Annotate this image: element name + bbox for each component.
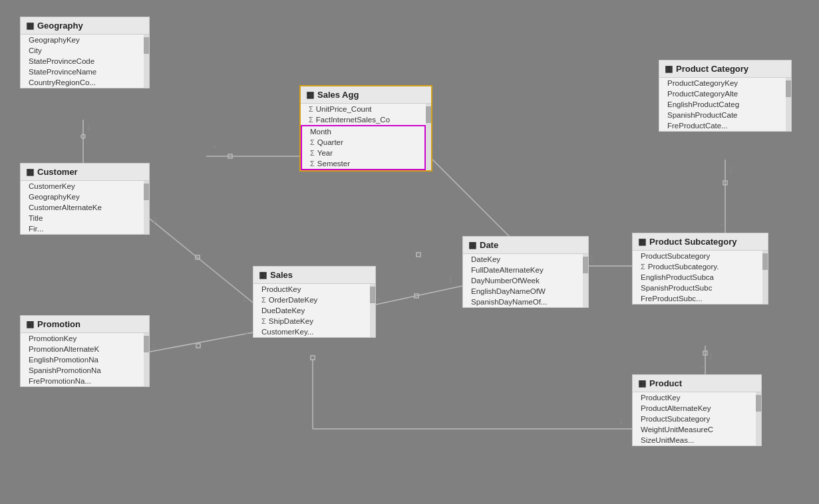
field-customeralternate: CustomerAlternateKe (21, 202, 144, 213)
field-productkey2: ProductKey (633, 392, 756, 403)
customer-title: Customer (37, 167, 78, 177)
field-frepromotion: FrePromotionNa... (21, 376, 144, 386)
field-promotionalternate: PromotionAlternateK (21, 344, 144, 354)
svg-rect-15 (228, 154, 232, 158)
table-icon: ▦ (26, 167, 34, 177)
field-duedatekey: DueDateKey (253, 305, 370, 316)
productcategory-title: Product Category (676, 64, 748, 74)
field-spanishproductsubc: SpanishProductSubc (633, 283, 762, 293)
svg-text:1: 1 (619, 417, 623, 426)
geography-header: ▦ Geography (21, 17, 149, 35)
field-firstname: Fir... (21, 223, 144, 234)
field-spanishpromotion: SpanishPromotionNa (21, 365, 144, 376)
sigma-icon: Σ (309, 105, 313, 113)
product-header: ▦ Product (633, 375, 761, 392)
field-productcategoryalte: ProductCategoryAlte (659, 88, 786, 99)
svg-text:*: * (438, 143, 442, 154)
svg-text:*: * (245, 329, 249, 340)
field-freproductsubc: FreProductSubc... (633, 293, 762, 304)
field-spanishdayname: SpanishDayNameOf... (463, 297, 583, 307)
field-stateprovincename: StateProvinceName (21, 66, 144, 77)
productcategory-table: ▦ Product Category ProductCategoryKey Pr… (659, 60, 792, 132)
productsubcategory-table: ▦ Product Subcategory ProductSubcategory… (632, 233, 768, 305)
table-icon: ▦ (259, 270, 267, 280)
svg-text:1: 1 (448, 275, 453, 285)
geography-table: ▦ Geography GeographyKey City StateProvi… (20, 17, 150, 88)
productcategory-header: ▦ Product Category (659, 61, 791, 78)
field-year: ΣYear (302, 148, 424, 158)
field-stateprovincecode: StateProvinceCode (21, 56, 144, 66)
table-icon: ▦ (638, 237, 646, 247)
field-spanishproductcate: SpanishProductCate (659, 110, 786, 120)
customer-header: ▦ Customer (21, 164, 149, 181)
field-productcategorykey: ProductCategoryKey (659, 78, 786, 88)
field-sizeunitmeas: SizeUnitMeas... (633, 435, 756, 445)
field-customerkey: CustomerKey... (253, 326, 370, 337)
field-geographykey: GeographyKey (21, 35, 144, 45)
sigma-icon: Σ (310, 138, 315, 146)
field-geographykey2: GeographyKey (21, 191, 144, 202)
svg-text:*: * (700, 364, 704, 374)
sales-header: ▦ Sales (253, 267, 375, 284)
date-title: Date (480, 240, 498, 250)
sigma-icon: Σ (309, 116, 313, 124)
field-city: City (21, 45, 144, 56)
field-freproductcate: FreProductCate... (659, 120, 786, 131)
sigma-icon: Σ (310, 149, 315, 157)
svg-line-5 (146, 216, 253, 303)
svg-text:*: * (213, 143, 217, 154)
field-englishproductsubca: EnglishProductSubca (633, 272, 762, 283)
field-productsubcategorykey: ProductSubcategory (633, 251, 762, 261)
geography-title: Geography (37, 21, 83, 31)
svg-rect-8 (196, 255, 200, 259)
svg-text:*: * (720, 221, 724, 231)
sigma-icon: Σ (261, 317, 266, 325)
field-datekey: DateKey (463, 254, 583, 265)
sales-title: Sales (270, 270, 293, 280)
svg-text:1: 1 (153, 215, 158, 225)
svg-line-9 (146, 332, 253, 352)
svg-rect-26 (311, 356, 315, 360)
field-englishdayname: EnglishDayNameOfW (463, 286, 583, 297)
product-title: Product (649, 378, 682, 388)
svg-rect-34 (703, 351, 707, 355)
field-month: Month (302, 126, 424, 137)
svg-rect-30 (723, 181, 727, 185)
sales-table: ▦ Sales ProductKey ΣOrderDateKey DueDate… (253, 266, 376, 338)
sigma-icon: Σ (310, 160, 315, 168)
field-customerkey: CustomerKey (21, 181, 144, 191)
table-icon: ▦ (26, 21, 34, 31)
field-countryregion: CountryRegionCo... (21, 77, 144, 88)
table-icon: ▦ (306, 90, 314, 100)
field-fulldatealternate: FullDateAlternateKey (463, 265, 583, 275)
field-semester: ΣSemester (302, 158, 424, 169)
table-icon: ▦ (26, 319, 34, 329)
svg-text:*: * (377, 296, 381, 307)
date-table: ▦ Date DateKey FullDateAlternateKey DayN… (462, 236, 589, 308)
promotion-header: ▦ Promotion (21, 316, 149, 333)
highlighted-fields: Month ΣQuarter ΣYear ΣSemester (301, 125, 426, 170)
svg-text:1: 1 (709, 352, 713, 361)
svg-text:1: 1 (589, 254, 594, 263)
field-quarter: ΣQuarter (302, 137, 424, 148)
field-shipdatekey: ΣShipDateKey (253, 316, 370, 326)
field-productkey: ProductKey (253, 284, 370, 295)
date-header: ▦ Date (463, 237, 588, 254)
table-icon: ▦ (468, 240, 476, 250)
productsubcategory-title: Product Subcategory (649, 237, 737, 247)
productsubcategory-header: ▦ Product Subcategory (633, 233, 768, 251)
field-productalternatekey: ProductAlternateKey (633, 403, 756, 414)
table-icon: ▦ (665, 64, 673, 74)
table-icon: ▦ (638, 378, 646, 388)
salesagg-header: ▦ Sales Agg (301, 86, 431, 104)
field-unitprice: ΣUnitPrice_Count (301, 104, 426, 114)
customer-table: ▦ Customer CustomerKey GeographyKey Cust… (20, 163, 150, 235)
field-promotionkey: PromotionKey (21, 333, 144, 344)
sigma-icon: Σ (261, 296, 266, 304)
svg-text:1: 1 (86, 122, 91, 132)
promotion-table: ▦ Promotion PromotionKey PromotionAltern… (20, 315, 150, 387)
field-productsubcategoryalte: ΣProductSubcategory. (633, 261, 762, 272)
svg-rect-12 (196, 344, 200, 348)
field-weightunitmeasure: WeightUnitMeasureC (633, 424, 756, 435)
svg-rect-22 (414, 294, 418, 298)
